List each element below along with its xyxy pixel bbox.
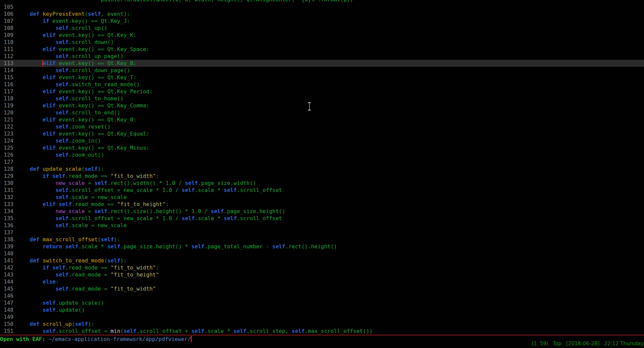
code-editor[interactable]: 105106 def keyPressEvent(self, event):10… bbox=[0, 3, 644, 335]
code-line-124[interactable]: 124 self.zoom_in() bbox=[0, 137, 644, 144]
code-line-142[interactable]: 142 if self.read_mode == "fit_to_width": bbox=[0, 264, 644, 271]
code-line-127[interactable]: 127 bbox=[0, 158, 644, 165]
line-number: 145 bbox=[0, 285, 13, 292]
code-line-130[interactable]: 130 new_scale = self.rect().width() * 1.… bbox=[0, 180, 644, 187]
code-line-129[interactable]: 129 if self.read_mode == "fit_to_width": bbox=[0, 172, 644, 180]
code-line-112[interactable]: 112 self.scroll_up_page() bbox=[0, 53, 644, 60]
line-number: 133 bbox=[0, 201, 13, 208]
mouse-ibeam-cursor bbox=[307, 102, 312, 111]
tray-time: 22:12 Thursday bbox=[604, 341, 644, 347]
line-number: 130 bbox=[0, 180, 13, 187]
code-line-141[interactable]: 141 def switch_to_read_mode(self): bbox=[0, 257, 644, 264]
code-line-109[interactable]: 109 elif event.key() == Qt.Key_K: bbox=[0, 32, 644, 39]
code-line-123[interactable]: 123 elif event.key() == Qt.Key_Equal: bbox=[0, 130, 644, 137]
line-code-text: elif event.key() == Qt.Key_B: bbox=[17, 60, 136, 67]
line-code-text: self.scale = new_scale bbox=[17, 194, 127, 201]
line-code-text: elif event.key() == Qt.Key_Equal: bbox=[17, 130, 149, 137]
code-line-108[interactable]: 108 self.scroll_up() bbox=[0, 24, 644, 32]
line-number: 147 bbox=[0, 299, 13, 306]
line-code-text: if self.read_mode == "fit_to_width": bbox=[17, 264, 159, 271]
line-number: 108 bbox=[0, 24, 13, 32]
line-number: 124 bbox=[0, 137, 13, 144]
code-line-120[interactable]: 120 self.scroll_to_end() bbox=[0, 109, 644, 116]
tray-date: [2018-06-28] bbox=[566, 341, 599, 347]
code-line-105[interactable]: 105 bbox=[0, 3, 644, 10]
line-number: 144 bbox=[0, 278, 13, 285]
code-line-136[interactable]: 136 self.scale = new_scale bbox=[0, 222, 644, 229]
line-code-text: self.switch_to_read_mode() bbox=[17, 81, 140, 88]
code-line-144[interactable]: 144 else: bbox=[0, 278, 644, 285]
code-line-119[interactable]: 119 elif event.key() == Qt.Key_Comma: bbox=[0, 102, 644, 109]
line-number: 127 bbox=[0, 158, 13, 165]
line-code-text: self.zoom_in() bbox=[17, 137, 101, 144]
line-number: 140 bbox=[0, 250, 13, 257]
line-code-text: self.scroll_down() bbox=[17, 39, 114, 46]
line-code-text: elif event.key() == Qt.Key_Space: bbox=[17, 46, 149, 53]
line-code-text: self.scroll_to_home() bbox=[17, 95, 124, 102]
line-number: 116 bbox=[0, 81, 13, 88]
line-number: 111 bbox=[0, 46, 13, 53]
code-line-135[interactable]: 135 self.scroll_offset = new_scale * 1.0… bbox=[0, 215, 644, 222]
code-line-139[interactable]: 139 return self.scale * self.page_size.h… bbox=[0, 243, 644, 250]
code-line-148[interactable]: 148 self.update() bbox=[0, 306, 644, 313]
code-line-110[interactable]: 110 self.scroll_down() bbox=[0, 39, 644, 46]
line-number: 109 bbox=[0, 32, 13, 39]
line-code-text: new_scale = self.rect().size().height() … bbox=[17, 208, 285, 215]
code-line-117[interactable]: 117 elif event.key() == Qt.Key_Period: bbox=[0, 88, 644, 95]
code-line-126[interactable]: 126 self.zoom_out() bbox=[0, 151, 644, 158]
code-line-118[interactable]: 118 self.scroll_to_home() bbox=[0, 95, 644, 102]
line-number: 135 bbox=[0, 215, 13, 222]
line-number: 123 bbox=[0, 130, 13, 137]
code-line-149[interactable]: 149 bbox=[0, 313, 644, 320]
line-number: 136 bbox=[0, 222, 13, 229]
line-code-text: elif event.key() == Qt.Key_Period: bbox=[17, 88, 153, 95]
code-line-134[interactable]: 134 new_scale = self.rect().size().heigh… bbox=[0, 208, 644, 215]
line-number: 117 bbox=[0, 88, 13, 95]
code-line-107[interactable]: 107 if event.key() == Qt.Key_J: bbox=[0, 17, 644, 24]
line-code-text: new_scale = self.rect().width() * 1.0 / … bbox=[17, 180, 256, 187]
code-line-138[interactable]: 138 def max_scroll_offset(self): bbox=[0, 236, 644, 243]
line-number: 113 bbox=[0, 60, 13, 67]
code-line-151[interactable]: 151 self.scroll_offset = min(self.scroll… bbox=[0, 328, 644, 335]
line-code-text: self.scroll_offset = new_scale * 1.0 / s… bbox=[17, 215, 282, 222]
line-code-text: elif event.key() == Qt.Key_Minus: bbox=[17, 144, 149, 151]
code-line-132[interactable]: 132 self.scale = new_scale bbox=[0, 194, 644, 201]
line-code-text: self.scroll_offset = new_scale * 1.0 / s… bbox=[17, 187, 282, 194]
code-line-111[interactable]: 111 elif event.key() == Qt.Key_Space: bbox=[0, 46, 644, 53]
line-code-text: else: bbox=[17, 278, 59, 285]
line-code-text: self.read_mode = "fit_to_width" bbox=[17, 285, 156, 292]
line-number: 149 bbox=[0, 313, 13, 320]
line-code-text: elif event.key() == Qt.Key_T: bbox=[17, 74, 136, 81]
line-code-text: def scroll_up(self): bbox=[17, 320, 94, 328]
code-line-131[interactable]: 131 self.scroll_offset = new_scale * 1.0… bbox=[0, 187, 644, 194]
line-number: 128 bbox=[0, 165, 13, 172]
line-number: 115 bbox=[0, 74, 13, 81]
line-number: 146 bbox=[0, 292, 13, 299]
line-code-text: self.read_mode = "fit_to_height" bbox=[17, 271, 159, 278]
line-code-text: if event.key() == Qt.Key_J: bbox=[17, 17, 130, 24]
code-line-128[interactable]: 128 def update_scale(self): bbox=[0, 165, 644, 172]
line-code-text: self.zoom_reset() bbox=[17, 123, 110, 130]
code-line-125[interactable]: 125 elif event.key() == Qt.Key_Minus: bbox=[0, 144, 644, 151]
code-line-133[interactable]: 133 elif self.read_mode == "fit_to_heigh… bbox=[0, 201, 644, 208]
code-line-145[interactable]: 145 self.read_mode = "fit_to_width" bbox=[0, 285, 644, 292]
minibuffer[interactable]: Open with EAF: ~/emacs-application-frame… bbox=[0, 336, 644, 348]
code-line-122[interactable]: 122 self.zoom_reset() bbox=[0, 123, 644, 130]
code-line-140[interactable]: 140 bbox=[0, 250, 644, 257]
code-line-106[interactable]: 106 def keyPressEvent(self, event): bbox=[0, 10, 644, 17]
code-line-150[interactable]: 150 def scroll_up(self): bbox=[0, 320, 644, 328]
code-line-143[interactable]: 143 self.read_mode = "fit_to_height" bbox=[0, 271, 644, 278]
line-code-text: return self.scale * self.page_size.heigh… bbox=[17, 243, 337, 250]
code-line-114[interactable]: 114 self.scroll_down_page() bbox=[0, 67, 644, 74]
code-line-113[interactable]: 113 elif event.key() == Qt.Key_B: bbox=[0, 60, 644, 67]
minibuffer-input[interactable]: ~/emacs-application-framework/app/pdfvie… bbox=[49, 336, 191, 342]
code-line-115[interactable]: 115 elif event.key() == Qt.Key_T: bbox=[0, 74, 644, 81]
code-line-147[interactable]: 147 self.update_scale() bbox=[0, 299, 644, 306]
code-line-121[interactable]: 121 elif event.key() == Qt.Key_0: bbox=[0, 116, 644, 123]
code-line-116[interactable]: 116 self.switch_to_read_mode() bbox=[0, 81, 644, 88]
line-number: 139 bbox=[0, 243, 13, 250]
editor-cursor bbox=[42, 60, 43, 66]
line-number: 105 bbox=[0, 3, 13, 10]
code-line-137[interactable]: 137 bbox=[0, 229, 644, 236]
code-line-146[interactable]: 146 bbox=[0, 292, 644, 299]
